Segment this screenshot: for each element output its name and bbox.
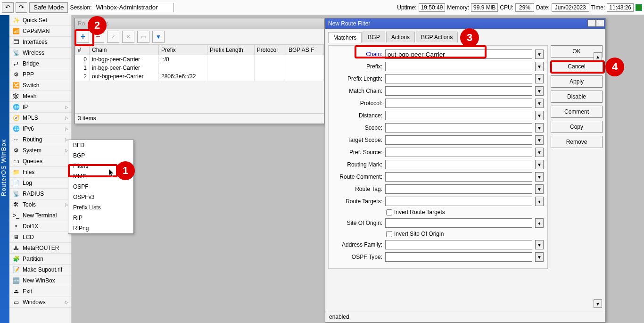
safe-mode-button[interactable]: Safe Mode: [29, 2, 68, 13]
sidebar-item-switch[interactable]: 🔀Switch: [9, 80, 71, 91]
targetscope-dd[interactable]: ▼: [535, 135, 544, 145]
sidebar-item-mpls[interactable]: 🧭MPLS▷: [9, 113, 71, 124]
routetag-dd[interactable]: ▼: [535, 184, 544, 194]
tab-matchers[interactable]: Matchers: [328, 32, 362, 43]
disable-button[interactable]: ✕: [122, 31, 134, 43]
scope-dd[interactable]: ▼: [535, 123, 544, 133]
invert-site-checkbox[interactable]: [386, 231, 392, 237]
tab-bgp-actions[interactable]: BGP Actions: [416, 32, 458, 42]
prefixlength-dd[interactable]: ▼: [535, 74, 544, 83]
add-button[interactable]: +: [77, 31, 89, 43]
sidebar-item-new-terminal[interactable]: >_New Terminal: [9, 210, 71, 221]
addressfamily-input[interactable]: [385, 240, 532, 249]
tab-actions[interactable]: Actions: [386, 32, 415, 42]
submenu-item-ripng[interactable]: RIPng: [68, 223, 133, 233]
redo-button[interactable]: ↷: [16, 2, 27, 13]
nrf-titlebar[interactable]: New Route Filter ▭ ✕: [325, 18, 605, 29]
routetargets-input[interactable]: [385, 197, 532, 206]
column-header[interactable]: Prefix Length: [207, 45, 255, 55]
column-header[interactable]: #: [75, 45, 90, 55]
routecomment-dd[interactable]: ▼: [535, 172, 544, 182]
matchchain-input[interactable]: [385, 86, 532, 96]
matchchain-dd[interactable]: ▼: [535, 86, 544, 96]
sidebar-item-capsman[interactable]: 📶CAPsMAN: [9, 26, 71, 37]
sidebar-item-routing[interactable]: ↔Routing▷: [9, 134, 71, 145]
sidebar-item-mesh[interactable]: 🕸Mesh: [9, 91, 71, 102]
targetscope-input[interactable]: [385, 135, 532, 145]
route-filters-titlebar[interactable]: Ro s: [75, 18, 324, 29]
sidebar-item-wireless[interactable]: 📡Wireless: [9, 48, 71, 58]
protocol-input[interactable]: [385, 99, 532, 108]
siteoforigin-dd[interactable]: ♦: [535, 218, 544, 228]
protocol-dd[interactable]: ▼: [535, 99, 544, 108]
close-button[interactable]: ✕: [596, 19, 604, 27]
sidebar-item-exit[interactable]: ⏏Exit: [9, 286, 71, 297]
sidebar-item-lcd[interactable]: 🖥LCD: [9, 232, 71, 243]
prefix-input[interactable]: [385, 62, 532, 71]
enable-button[interactable]: ✓: [107, 31, 119, 43]
column-header[interactable]: BGP AS F: [286, 45, 324, 55]
minimize-button[interactable]: ▭: [587, 19, 596, 27]
scroll-up-icon[interactable]: ▲: [594, 52, 602, 61]
column-header[interactable]: Prefix: [159, 45, 207, 55]
invert-route-targets-checkbox[interactable]: [386, 209, 392, 215]
undo-button[interactable]: ↶: [2, 2, 14, 13]
routingmark-input[interactable]: [385, 160, 532, 169]
sidebar-item-log[interactable]: 📄Log: [9, 178, 71, 189]
form-scrollbar[interactable]: ▲ ▼: [593, 52, 603, 308]
submenu-item-filters[interactable]: Filters: [68, 161, 133, 171]
sidebar-item-ppp[interactable]: ⚙PPP: [9, 69, 71, 80]
sidebar-item-tools[interactable]: 🛠Tools▷: [9, 199, 71, 210]
sidebar-item-dot1x[interactable]: •Dot1X: [9, 221, 71, 232]
prefix-dd[interactable]: ▼: [535, 62, 544, 71]
ospftype-dd[interactable]: ▼: [535, 252, 544, 262]
sidebar-item-partition[interactable]: 🧩Partition: [9, 254, 71, 265]
tab-bgp[interactable]: BGP: [363, 32, 385, 42]
sidebar-item-ip[interactable]: 🌐IP▷: [9, 102, 71, 113]
submenu-item-bgp[interactable]: BGP: [68, 150, 133, 161]
routetargets-dd[interactable]: ♦: [535, 197, 544, 206]
submenu-item-mme[interactable]: MME: [68, 171, 133, 182]
table-row[interactable]: 2out-bgp-peer-Carrier2806:3e6::/32: [75, 72, 324, 81]
addressfamily-dd[interactable]: ▼: [535, 240, 544, 249]
sidebar-item-windows[interactable]: ▭Windows▷: [9, 297, 71, 308]
prefsource-dd[interactable]: ▼: [535, 148, 544, 157]
routingmark-dd[interactable]: ▼: [535, 160, 544, 169]
chain-input[interactable]: [385, 50, 532, 59]
distance-dd[interactable]: ▼: [535, 111, 544, 120]
filter-button[interactable]: ▼: [152, 31, 165, 43]
sidebar-item-bridge[interactable]: ⇄Bridge: [9, 58, 71, 69]
sidebar-item-interfaces[interactable]: 🗔Interfaces: [9, 37, 71, 48]
scope-input[interactable]: [385, 123, 532, 133]
submenu-item-bfd[interactable]: BFD: [68, 140, 133, 150]
sidebar-item-make-supout-rif[interactable]: 📝Make Supout.rif: [9, 265, 71, 275]
sidebar-item-metarouter[interactable]: 🖧MetaROUTER: [9, 243, 71, 254]
table-row[interactable]: 0in-bgp-peer-Carrier::/0: [75, 55, 324, 64]
sidebar-item-new-winbox[interactable]: 🆕New WinBox: [9, 275, 71, 286]
ospftype-input[interactable]: [385, 252, 532, 262]
siteoforigin-input[interactable]: [385, 218, 532, 228]
session-input[interactable]: [94, 3, 174, 12]
sidebar-item-system[interactable]: ⚙System▷: [9, 145, 71, 156]
column-header[interactable]: Protocol: [254, 45, 286, 55]
submenu-item-ospf[interactable]: OSPF: [68, 182, 133, 192]
sidebar-item-radius[interactable]: 📡RADIUS: [9, 189, 71, 199]
remove-button[interactable]: −: [92, 31, 104, 43]
routetag-input[interactable]: [385, 184, 532, 194]
distance-input[interactable]: [385, 111, 532, 120]
scroll-down-icon[interactable]: ▼: [594, 299, 602, 308]
column-header[interactable]: Chain: [90, 45, 159, 55]
submenu-item-ospfv3[interactable]: OSPFv3: [68, 192, 133, 202]
sidebar-item-files[interactable]: 📁Files: [9, 167, 71, 178]
table-row[interactable]: 1in-bgp-peer-Carrier: [75, 64, 324, 72]
prefixlength-input[interactable]: [385, 74, 532, 83]
prefsource-input[interactable]: [385, 148, 532, 157]
chain-dropdown-icon[interactable]: ▼: [535, 50, 544, 59]
sidebar-item-queues[interactable]: 🗃Queues: [9, 156, 71, 167]
submenu-item-prefix-lists[interactable]: Prefix Lists: [68, 202, 133, 213]
comment-button[interactable]: ▭: [137, 31, 149, 43]
routecomment-input[interactable]: [385, 172, 532, 182]
sidebar-item-ipv6[interactable]: 🌐IPv6▷: [9, 124, 71, 134]
submenu-item-rip[interactable]: RIP: [68, 213, 133, 223]
sidebar-item-quick-set[interactable]: ✨Quick Set: [9, 15, 71, 26]
